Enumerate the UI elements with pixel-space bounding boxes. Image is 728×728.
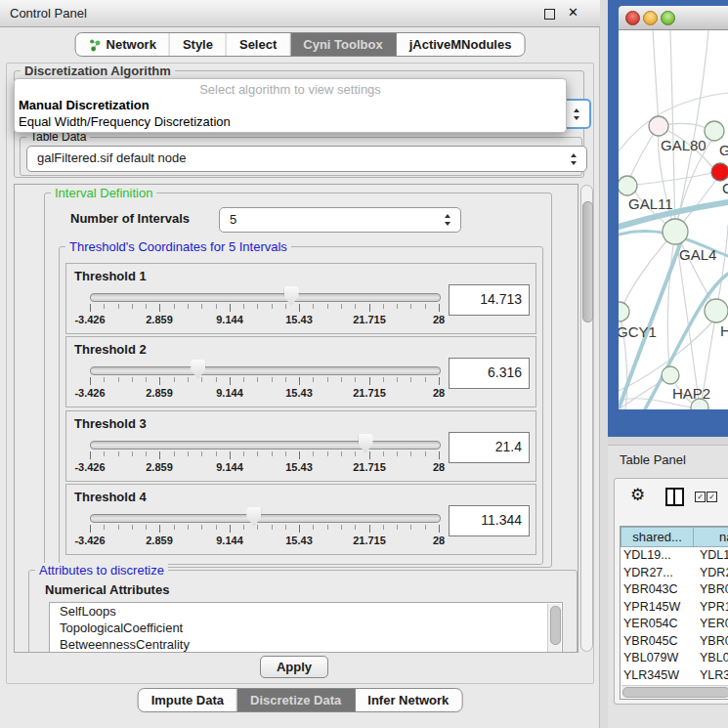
node-label: GAL11 [628,195,673,212]
threshold-4-panel: Threshold 4 -3.426 2.859 9.144 15.43 21.… [65,484,536,555]
cell[interactable]: YBR0 [694,581,728,599]
table-row[interactable]: YPR145W YPR1 [621,599,728,617]
cell[interactable]: YLR345W [621,667,694,685]
scale-label: 28 [433,461,445,473]
threshold-4-slider-thumb[interactable] [246,507,261,527]
cell[interactable]: YDR2 [694,565,728,582]
tab-discretize-data[interactable]: Discretize Data [237,689,355,711]
tab-jactivemnodules[interactable]: jActiveMNodules [397,33,525,56]
settings-panel-scrollbar[interactable] [580,185,593,652]
tab-select[interactable]: Select [227,33,290,56]
tab-network[interactable]: Network [76,33,170,56]
checkbox-icon[interactable]: ✓ [695,492,706,502]
table-horizontal-scrollbar[interactable] [621,685,728,698]
threshold-3-value-field[interactable]: 21.4 [449,432,530,463]
checkbox-icon[interactable]: ✓ [707,492,717,502]
table-row[interactable]: YBR043C YBR0 [621,581,728,599]
node-label: H [720,322,728,339]
node-gal11[interactable] [619,176,637,195]
list-item[interactable]: BetweennessCentrality [50,636,562,653]
table-row[interactable]: YDR27... YDR2 [621,565,728,582]
column-header-name[interactable]: na [694,527,728,547]
list-scrollbar[interactable] [547,604,561,653]
tab-infer-network[interactable]: Infer Network [355,689,461,711]
node-h[interactable] [705,299,728,322]
apply-button[interactable]: Apply [260,656,328,678]
scale-label: 9.144 [216,314,243,325]
cell[interactable]: YBL0 [694,650,728,667]
scale-label: 21.715 [353,314,386,325]
table-panel-window: Table Panel ⚙ ✓ ✓ shared... na YDL19... … [608,445,728,728]
threshold-1-slider-thumb[interactable] [284,286,299,306]
cell[interactable]: YBR0 [694,633,728,651]
cell[interactable]: YBL079W [621,650,694,667]
cell[interactable]: YDR27... [621,565,694,582]
node-ga[interactable] [705,121,724,141]
table-row[interactable]: YBL079W YBL0 [621,650,728,667]
zoom-traffic-light[interactable] [661,11,675,25]
cell[interactable]: YBR043C [621,581,694,599]
dropdown-option-manual[interactable]: Manual Discretization [15,97,566,113]
table-row[interactable]: YBR045C YBR0 [621,633,728,651]
table-row[interactable]: YLR345W YLR3 [621,667,728,685]
threshold-4-value-field[interactable]: 11.344 [449,505,530,536]
cell[interactable]: YPR1 [694,599,728,617]
tab-cyni-toolbox[interactable]: Cyni Toolbox [290,33,396,56]
interval-definition-label: Interval Definition [51,186,156,200]
table-row[interactable]: YDL19... YDL1 [621,547,728,565]
cell[interactable]: YDL1 [694,547,728,565]
cell[interactable]: YDL19... [621,547,694,565]
threshold-1-slider-track[interactable] [90,293,441,302]
cell[interactable]: YLR3 [694,667,728,685]
node-hap2[interactable] [662,366,679,384]
tab-impute-data[interactable]: Impute Data [139,689,237,711]
table-row[interactable]: YER054C YER0 [621,616,728,633]
list-item[interactable]: TopologicalCoefficient [50,620,562,636]
scale-label: 21.715 [353,535,386,546]
float-window-icon[interactable] [544,9,555,20]
threshold-3-slider-track[interactable] [90,441,441,450]
cell[interactable]: YBR045C [621,633,694,651]
window-gap [608,437,728,445]
cell[interactable]: YPR145W [621,599,694,617]
column-layout-icon[interactable] [665,488,684,506]
node-gcy1[interactable] [619,302,629,321]
bottom-tab-bar: Impute Data Discretize Data Infer Networ… [138,688,463,712]
tab-style[interactable]: Style [170,33,227,56]
cell[interactable]: YER054C [621,616,694,633]
screen: Control Panel ✕ Network Style Select [0,0,728,728]
table-data-combobox[interactable]: galFiltered.sif default node [26,146,587,172]
column-header-shared-name[interactable]: shared... [621,527,694,547]
network-canvas[interactable]: GAL80 GA C GAL11 GAL4 GCY1 H HAP2 [619,30,728,409]
network-view-window[interactable]: GAL80 GA C GAL11 GAL4 GCY1 H HAP2 [608,0,728,437]
list-item[interactable]: SelfLoops [50,603,562,620]
node-label: GAL4 [679,246,716,263]
close-icon[interactable]: ✕ [568,5,578,20]
close-traffic-light[interactable] [625,11,640,25]
scale-label: 2.859 [146,461,173,473]
table-data-combo-arrows-icon [571,153,578,165]
threshold-4-major-ticks [90,525,440,533]
node-gal4[interactable] [663,219,688,244]
network-window-titlebar[interactable] [619,6,728,30]
cell[interactable]: YER0 [694,616,728,633]
scale-label: -3.426 [74,535,105,546]
threshold-4-slider-track[interactable] [90,514,441,523]
node-label: GAL80 [661,137,707,153]
threshold-3-major-ticks [90,451,440,459]
settings-panel-scrollbar-thumb[interactable] [582,201,593,322]
threshold-2-value-field[interactable]: 6.316 [449,358,530,389]
threshold-3-label: Threshold 3 [74,416,147,431]
minimize-traffic-light[interactable] [643,11,658,25]
number-of-intervals-spinner[interactable]: 5 [219,207,461,233]
node-selected-red[interactable] [711,163,728,181]
threshold-3-slider-thumb[interactable] [359,434,373,453]
dropdown-option-equal-width[interactable]: Equal Width/Frequency Discretization [15,113,566,130]
threshold-1-value-field[interactable]: 14.713 [449,284,530,316]
control-panel-titlebar[interactable]: Control Panel ✕ [0,0,600,27]
gear-icon[interactable]: ⚙ [630,485,645,504]
threshold-2-slider-track[interactable] [90,366,441,375]
table-horizontal-scrollbar-thumb[interactable] [622,687,728,698]
node-gal80[interactable] [649,116,668,136]
threshold-2-slider-thumb[interactable] [191,360,205,379]
